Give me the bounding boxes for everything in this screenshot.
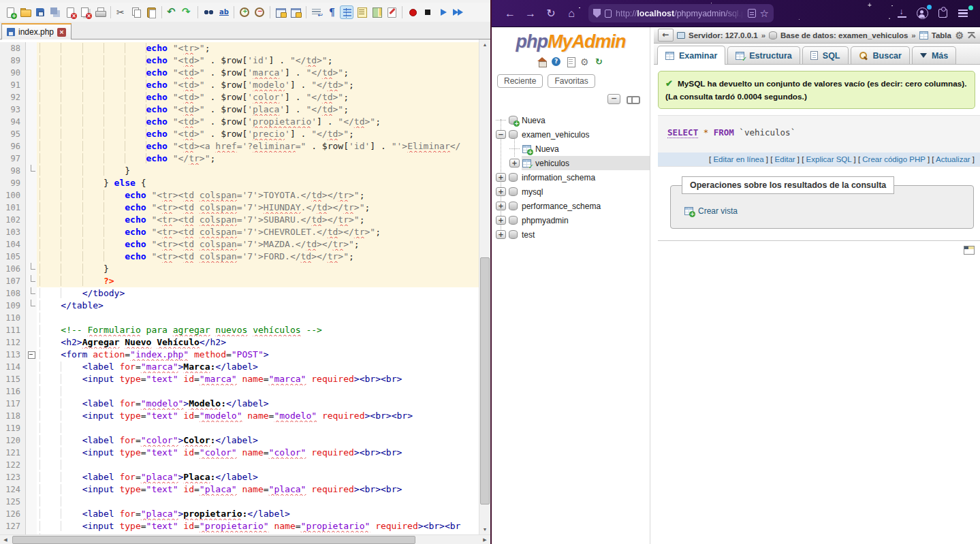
url-bar[interactable]: http://localhost/phpmyadmin/sql.php? ☆ (588, 4, 774, 22)
document-map-button[interactable] (370, 5, 383, 19)
tree-item-examen-vehiculos[interactable]: −examen_vehiculos (492, 127, 650, 142)
show-all-characters-button[interactable] (325, 5, 338, 19)
play-macro-button[interactable] (436, 5, 449, 19)
collapse-menu-icon[interactable] (967, 32, 976, 39)
bookmark-star-icon[interactable]: ☆ (760, 7, 769, 20)
home-button[interactable]: ⌂ (561, 4, 582, 23)
scroll-down-icon[interactable]: ▼ (479, 524, 490, 534)
expand-node-icon[interactable]: + (496, 173, 506, 182)
tracking-protection-shield-icon[interactable] (593, 9, 601, 18)
expand-node-icon[interactable]: + (496, 230, 506, 239)
tab-sql[interactable]: SQL (802, 46, 849, 64)
settings-gear-icon[interactable] (580, 57, 590, 67)
scroll-up-icon[interactable]: ▲ (479, 39, 490, 50)
run-macro-multiple-times-button[interactable] (451, 5, 464, 19)
stop-macro-button[interactable] (421, 5, 434, 19)
panel-back-button[interactable]: ← (658, 29, 674, 42)
new-file-button[interactable] (3, 5, 17, 19)
back-button[interactable]: ← (500, 4, 520, 23)
horizontal-scrollbar[interactable]: ◀ ▶ (0, 534, 490, 544)
query-window-icon[interactable] (964, 246, 975, 255)
redo-button[interactable] (180, 5, 194, 19)
url-text[interactable]: http://localhost/phpmyadmin/sql.php? (616, 9, 744, 18)
fold-marker-icon[interactable] (26, 349, 37, 361)
fold-marker-icon[interactable] (26, 263, 37, 275)
horizontal-scrollbar-track[interactable] (11, 536, 479, 544)
link-explicar-sql[interactable]: Explicar SQL (806, 155, 852, 163)
indent-guide-button[interactable] (340, 5, 353, 19)
scroll-left-icon[interactable]: ◀ (0, 537, 11, 543)
expand-node-icon[interactable]: + (496, 202, 506, 210)
link-crear-c-digo-php[interactable]: Crear código PHP (862, 155, 925, 163)
breadcrumb-item[interactable]: Tabla: ve (932, 31, 952, 39)
open-file-button[interactable] (18, 5, 32, 19)
documentation-icon[interactable] (565, 57, 576, 67)
tab-examinar[interactable]: Examinar (657, 46, 725, 65)
print-button[interactable] (93, 5, 107, 19)
home-icon[interactable] (537, 57, 548, 67)
record-macro-button[interactable] (406, 5, 420, 19)
code-editor[interactable]: 88 echo "<tr>";89 echo "<td>" . $row['id… (0, 39, 479, 534)
page-info-icon[interactable] (605, 10, 612, 18)
recent-button[interactable]: Reciente (497, 74, 543, 88)
account-icon[interactable] (912, 4, 932, 23)
reader-view-icon[interactable] (748, 9, 756, 18)
tab-index-php[interactable]: index.php × (1, 23, 72, 39)
document-switcher-button[interactable] (385, 5, 398, 19)
save-all-button[interactable] (48, 5, 62, 19)
help-icon[interactable] (551, 57, 562, 67)
forward-button[interactable]: → (520, 4, 541, 23)
synchronize-vertical-scrolling-button[interactable] (274, 5, 287, 19)
zoom-in-button[interactable] (238, 5, 251, 19)
tree-item-performance-schema[interactable]: +performance_schema (492, 199, 650, 213)
expand-node-icon[interactable]: + (509, 159, 520, 167)
tree-item-mysql[interactable]: +mysql (492, 185, 650, 199)
favorites-button[interactable]: Favoritas (548, 74, 595, 88)
tab-ms[interactable]: Más (912, 46, 956, 64)
create-view-link[interactable]: Crear vista (684, 206, 738, 216)
menu-icon[interactable] (953, 4, 973, 23)
horizontal-scrollbar-thumb[interactable] (12, 536, 415, 544)
expand-node-icon[interactable]: + (496, 187, 506, 196)
downloads-icon[interactable] (891, 4, 912, 23)
tree-item-phpmyadmin[interactable]: +phpmyadmin (492, 213, 650, 227)
extensions-icon[interactable] (932, 4, 953, 23)
tree-item-nueva[interactable]: Nueva (492, 113, 650, 127)
link-actualizar[interactable]: Actualizar (936, 155, 970, 163)
fold-marker-icon[interactable] (26, 287, 37, 300)
tab-estructura[interactable]: Estructura (727, 46, 800, 64)
replace-button[interactable] (217, 5, 230, 19)
paste-button[interactable] (144, 5, 158, 19)
close-tab-icon[interactable]: × (57, 28, 66, 37)
breadcrumb-item[interactable]: Base de datos: examen_vehiculos (780, 31, 908, 39)
vertical-scrollbar-thumb[interactable] (480, 257, 490, 505)
link-with-main-panel-icon[interactable] (627, 95, 639, 103)
tree-item-nueva[interactable]: Nueva (492, 142, 650, 156)
word-wrap-button[interactable] (310, 5, 323, 19)
expand-node-icon[interactable]: + (496, 216, 506, 225)
refresh-icon[interactable] (594, 57, 605, 67)
tree-item-vehiculos[interactable]: +vehiculos (492, 156, 650, 170)
find-button[interactable] (202, 5, 215, 19)
copy-button[interactable] (129, 5, 143, 19)
collapse-all-icon[interactable]: − (607, 94, 620, 104)
fold-marker-icon[interactable] (26, 165, 37, 177)
link-editar-en-l-nea[interactable]: Editar en línea (713, 155, 763, 163)
fold-marker-icon[interactable] (26, 275, 37, 287)
phpmyadmin-logo[interactable]: phpMyAdmin (492, 31, 650, 52)
link-editar[interactable]: Editar (775, 155, 795, 163)
breadcrumb-item[interactable]: Servidor: 127.0.0.1 (689, 31, 758, 39)
zoom-out-button[interactable] (253, 5, 266, 19)
fold-marker-icon[interactable] (26, 300, 37, 312)
tree-item-information-schema[interactable]: +information_schema (492, 170, 650, 185)
collapse-node-icon[interactable]: − (496, 130, 506, 139)
save-button[interactable] (33, 5, 47, 19)
page-settings-gear-icon[interactable]: ⚙ (955, 30, 964, 41)
vertical-scrollbar[interactable]: ▲ ▼ (479, 39, 490, 534)
reload-button[interactable]: ↻ (541, 4, 561, 23)
tab-buscar[interactable]: Buscar (851, 46, 910, 64)
function-list-button[interactable] (355, 5, 368, 19)
synchronize-horizontal-scrolling-button[interactable] (289, 5, 302, 19)
undo-button[interactable] (165, 5, 179, 19)
close-button[interactable] (63, 5, 77, 19)
